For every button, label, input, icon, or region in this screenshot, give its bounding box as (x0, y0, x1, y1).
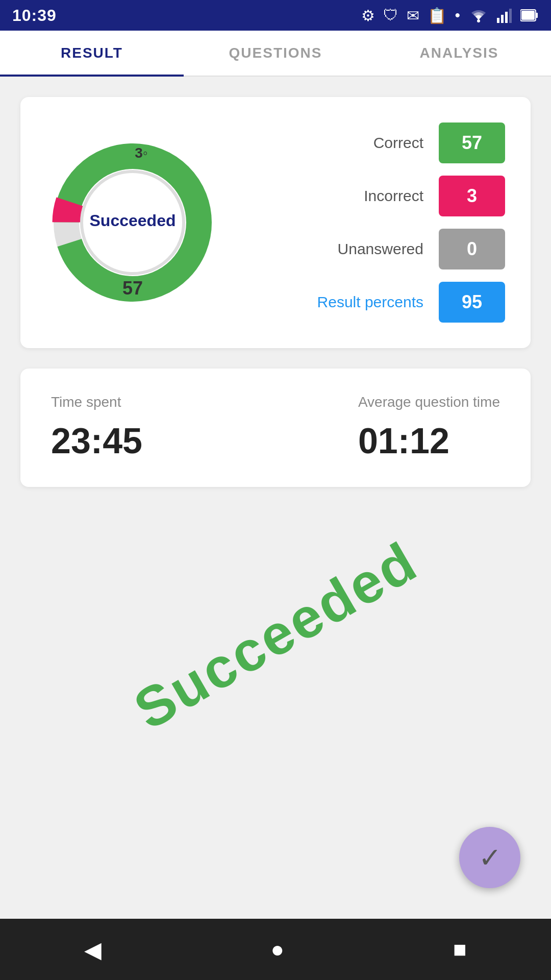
wifi-icon (468, 8, 489, 23)
incorrect-row: Incorrect 3 (250, 176, 505, 216)
clipboard-icon: 📋 (428, 7, 446, 24)
percent-row: Result percents 95 (250, 282, 505, 323)
svg-rect-4 (509, 9, 512, 23)
svg-rect-2 (501, 15, 504, 23)
settings-icon: ⚙ (361, 7, 375, 24)
unanswered-badge: 0 (439, 229, 505, 270)
checkmark-icon: ✓ (479, 842, 502, 874)
tab-questions[interactable]: QUESTIONS (184, 31, 367, 76)
correct-row: Correct 57 (250, 122, 505, 163)
donut-center-label: Succeeded (90, 211, 176, 230)
avg-time-label: Average question time (358, 394, 500, 410)
home-button[interactable]: ● (270, 937, 284, 962)
back-button[interactable]: ◀ (84, 937, 102, 963)
battery-icon (520, 8, 539, 23)
dot-icon: • (455, 7, 460, 24)
svg-point-0 (477, 19, 480, 22)
tab-bar: RESULT QUESTIONS ANALYSIS (0, 31, 551, 77)
main-content: Succeeded 57 3◦ Correct 57 Incorrect 3 (0, 77, 551, 783)
result-card: Succeeded 57 3◦ Correct 57 Incorrect 3 (20, 97, 531, 348)
shield-icon: 🛡 (383, 7, 398, 24)
percent-badge: 95 (439, 282, 505, 323)
signal-icon (497, 8, 512, 23)
svg-rect-1 (497, 18, 499, 23)
incorrect-badge: 3 (439, 176, 505, 216)
time-spent-label: Time spent (51, 394, 142, 410)
avg-time-section: Average question time 01:12 (358, 394, 500, 461)
incorrect-label: Incorrect (364, 187, 423, 205)
watermark-container: Succeeded (20, 507, 531, 763)
correct-label: Correct (373, 134, 423, 152)
stats-panel: Correct 57 Incorrect 3 Unanswered 0 Resu… (250, 122, 505, 323)
tab-analysis[interactable]: ANALYSIS (367, 31, 551, 76)
watermark-text: Succeeded (123, 528, 428, 742)
status-icons: ⚙ 🛡 ✉ 📋 • (361, 7, 539, 24)
time-card: Time spent 23:45 Average question time 0… (20, 369, 531, 487)
percent-label: Result percents (317, 293, 423, 311)
recent-button[interactable]: ■ (453, 937, 467, 962)
status-time: 10:39 (12, 6, 57, 25)
avg-time-value: 01:12 (358, 421, 500, 461)
status-bar: 10:39 ⚙ 🛡 ✉ 📋 • (0, 0, 551, 31)
unanswered-row: Unanswered 0 (250, 229, 505, 270)
tab-result[interactable]: RESULT (0, 31, 184, 76)
time-spent-section: Time spent 23:45 (51, 394, 142, 461)
correct-badge: 57 (439, 122, 505, 163)
bottom-nav: ◀ ● ■ (0, 919, 551, 980)
mail-icon: ✉ (407, 7, 419, 24)
donut-top-label: 3◦ (135, 145, 148, 161)
unanswered-label: Unanswered (338, 240, 423, 258)
donut-chart: Succeeded 57 3◦ (46, 136, 219, 309)
svg-rect-7 (521, 11, 535, 20)
svg-rect-3 (505, 12, 508, 23)
svg-rect-6 (536, 13, 538, 18)
time-spent-value: 23:45 (51, 421, 142, 461)
donut-bottom-number: 57 (122, 278, 143, 299)
fab-button[interactable]: ✓ (459, 827, 520, 888)
